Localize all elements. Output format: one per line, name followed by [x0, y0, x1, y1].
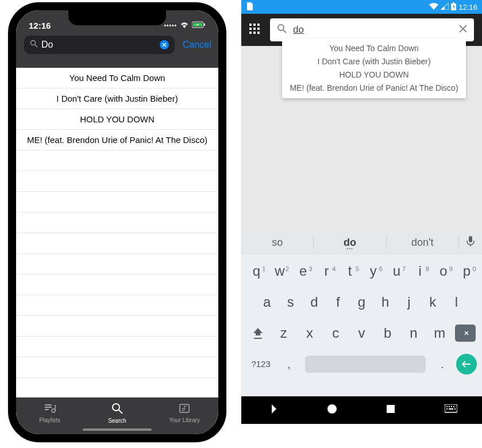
key-w[interactable]: 2w: [269, 258, 290, 284]
enter-key[interactable]: [456, 354, 477, 374]
empty-row: [16, 171, 218, 192]
empty-row: [16, 213, 218, 233]
comma-key[interactable]: ,: [279, 352, 299, 377]
keyboard-row-2: a s d f g h j k l: [242, 289, 481, 315]
space-key[interactable]: [305, 356, 426, 373]
empty-row: [16, 316, 218, 337]
key-e[interactable]: 3e: [293, 258, 314, 284]
suggestion-right[interactable]: don't: [387, 237, 459, 249]
svg-line-4: [35, 45, 37, 47]
key-y[interactable]: 6y: [363, 258, 384, 284]
list-item[interactable]: I Don't Care (with Justin Bieber): [282, 55, 466, 68]
list-item[interactable]: I Don't Care (with Justin Bieber): [16, 88, 218, 109]
ios-status-time: 12:16: [29, 21, 51, 30]
key-p[interactable]: 0p: [457, 258, 477, 284]
cancel-button[interactable]: Cancel: [180, 40, 214, 50]
search-input[interactable]: [293, 24, 453, 36]
android-device: 12:16 so do don't: [241, 0, 482, 424]
svg-line-13: [283, 30, 286, 33]
svg-point-9: [182, 408, 184, 411]
recents-icon[interactable]: [386, 404, 395, 416]
key-a[interactable]: a: [257, 289, 277, 315]
key-q[interactable]: 1q: [246, 258, 267, 284]
list-item[interactable]: HOLD YOU DOWN: [282, 68, 466, 82]
empty-row: [16, 150, 218, 171]
key-x[interactable]: x: [299, 320, 320, 346]
svg-rect-19: [446, 406, 448, 407]
battery-icon: [451, 2, 456, 12]
backspace-key[interactable]: [455, 325, 476, 342]
list-item[interactable]: You Need To Calm Down: [282, 42, 466, 55]
key-z[interactable]: z: [273, 320, 294, 346]
key-f[interactable]: f: [327, 289, 348, 315]
apps-grid-icon[interactable]: [249, 24, 262, 36]
shift-key[interactable]: [248, 320, 268, 346]
key-v[interactable]: v: [351, 320, 372, 346]
sd-card-icon: [246, 2, 253, 12]
back-icon[interactable]: [266, 403, 277, 417]
key-l[interactable]: l: [446, 289, 466, 315]
key-i[interactable]: 8i: [410, 258, 430, 284]
svg-rect-17: [387, 405, 395, 413]
android-status-bar: 12:16: [241, 0, 482, 14]
key-j[interactable]: j: [399, 289, 419, 315]
tab-library[interactable]: Your Library: [153, 403, 216, 423]
list-item[interactable]: You Need To Calm Down: [16, 68, 218, 88]
ios-search-field[interactable]: [24, 36, 175, 54]
android-search-field[interactable]: [270, 18, 474, 41]
home-indicator[interactable]: [83, 428, 152, 431]
key-g[interactable]: g: [351, 289, 372, 315]
period-key[interactable]: .: [432, 352, 453, 377]
mic-icon[interactable]: [459, 235, 482, 249]
key-u[interactable]: 7u: [386, 258, 407, 284]
empty-row: [16, 254, 218, 275]
search-icon: [277, 24, 287, 36]
keyboard-row-1: 1q 2w 3e 4r 5t 6y 7u 8i 9o 0p: [242, 258, 481, 284]
tab-playlists[interactable]: Playlists: [18, 403, 82, 423]
key-c[interactable]: c: [325, 320, 346, 346]
key-n[interactable]: n: [403, 320, 424, 346]
svg-rect-20: [449, 406, 450, 407]
key-t[interactable]: 5t: [340, 258, 360, 284]
search-input[interactable]: [41, 40, 156, 50]
key-d[interactable]: d: [304, 289, 325, 315]
empty-row: [16, 275, 218, 295]
key-b[interactable]: b: [377, 320, 398, 346]
key-k[interactable]: k: [422, 289, 443, 315]
key-o[interactable]: 9o: [433, 258, 454, 284]
empty-row: [16, 192, 218, 213]
key-r[interactable]: 4r: [316, 258, 337, 284]
android-keyboard: so do don't 1q 2w 3e 4r 5t 6y 7u 8i 9o: [241, 230, 482, 396]
suggestion-center[interactable]: do: [314, 237, 386, 249]
svg-rect-21: [451, 406, 452, 407]
keyboard-suggestions: so do don't: [241, 230, 482, 255]
svg-rect-24: [449, 408, 453, 410]
key-s[interactable]: s: [280, 289, 301, 315]
close-icon[interactable]: [459, 25, 467, 35]
battery-icon: [192, 21, 206, 29]
svg-point-12: [278, 25, 284, 30]
android-status-time: 12:16: [458, 3, 477, 11]
list-item[interactable]: ME! (feat. Brendon Urie of Panic! At The…: [16, 130, 218, 150]
svg-rect-22: [453, 406, 454, 407]
list-item[interactable]: ME! (feat. Brendon Urie of Panic! At The…: [282, 82, 466, 95]
cellular-icon: •••••: [164, 22, 177, 29]
android-content-area: so do don't 1q 2w 3e 4r 5t 6y 7u 8i 9o: [241, 46, 482, 396]
svg-point-3: [31, 41, 36, 45]
symbols-key[interactable]: ?123: [246, 352, 275, 377]
svg-point-6: [113, 404, 119, 411]
key-m[interactable]: m: [429, 320, 450, 346]
wifi-icon: [429, 3, 438, 11]
clear-search-icon[interactable]: [160, 40, 169, 49]
home-icon[interactable]: [327, 404, 337, 416]
empty-row: [16, 357, 218, 378]
tab-search[interactable]: Search: [86, 402, 149, 424]
playlists-icon: [44, 403, 56, 415]
iphone-device: 12:16 •••••: [8, 2, 226, 442]
wifi-icon: [180, 21, 189, 29]
android-dropdown: You Need To Calm Down I Don't Care (with…: [282, 38, 466, 98]
keyboard-toggle-icon[interactable]: [445, 404, 457, 416]
key-h[interactable]: h: [375, 289, 396, 315]
suggestion-left[interactable]: so: [241, 237, 314, 249]
list-item[interactable]: HOLD YOU DOWN: [16, 109, 218, 130]
